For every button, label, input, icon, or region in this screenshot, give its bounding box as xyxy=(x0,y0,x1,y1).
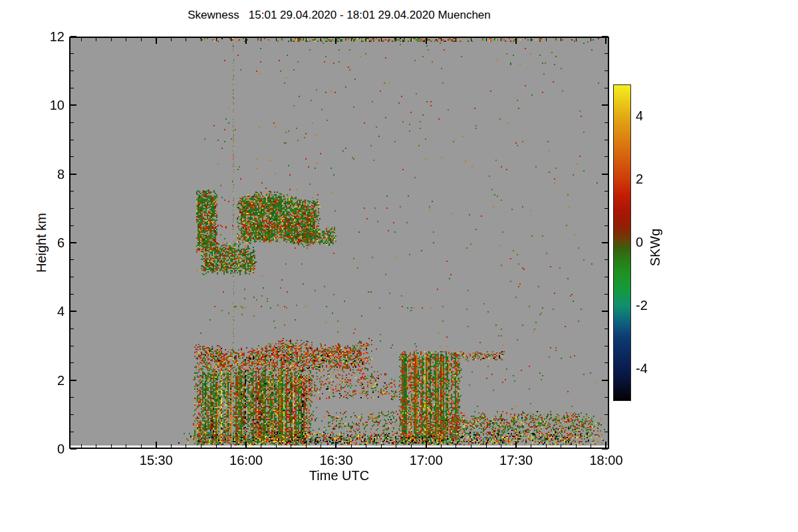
y-tick-label: 6 xyxy=(57,235,65,251)
x-tick-label: 18:00 xyxy=(589,453,622,468)
colorbar-label: SKWg xyxy=(648,229,663,267)
colorbar-tick-label: 0 xyxy=(636,235,643,250)
y-tick-label: 8 xyxy=(57,166,65,182)
x-tick-label: 17:30 xyxy=(499,453,533,468)
colorbar-tick-label: 2 xyxy=(636,172,643,187)
x-tick-label: 15:30 xyxy=(140,453,173,468)
x-tick-label: 16:30 xyxy=(319,453,352,468)
y-tick-label: 0 xyxy=(57,442,65,457)
colorbar-tick-label: -4 xyxy=(636,360,648,376)
skewness-plot-figure: Skewness 15:01 29.04.2020 - 18:01 29.04.… xyxy=(0,0,798,532)
y-tick-label: 2 xyxy=(57,372,65,388)
plot-title: Skewness 15:01 29.04.2020 - 18:01 29.04.… xyxy=(188,9,491,22)
colorbar-tick-label: 4 xyxy=(636,108,643,124)
plot-area xyxy=(69,37,609,449)
y-tick-label: 12 xyxy=(50,29,65,45)
x-axis-label: Time UTC xyxy=(309,468,369,483)
colorbar-gradient xyxy=(613,84,631,401)
y-tick-label: 10 xyxy=(50,98,65,113)
colorbar-tick-label: -2 xyxy=(636,297,648,313)
y-tick-label: 4 xyxy=(57,304,65,319)
heatmap-canvas xyxy=(70,38,608,448)
x-tick-label: 16:00 xyxy=(229,453,263,468)
x-tick-label: 17:00 xyxy=(410,453,443,468)
y-axis-label: Height km xyxy=(34,213,49,273)
